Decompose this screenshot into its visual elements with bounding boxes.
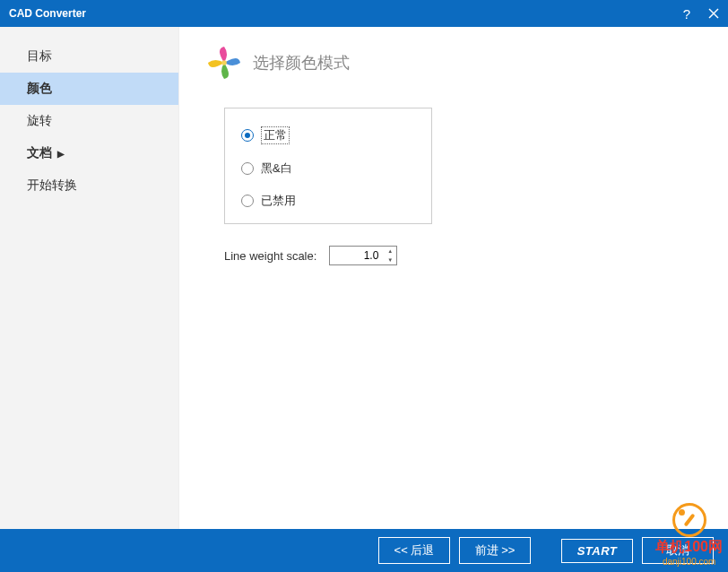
radio-icon xyxy=(241,129,254,142)
pinwheel-icon xyxy=(206,45,242,81)
back-button[interactable]: << 后退 xyxy=(378,537,450,564)
sidebar-item-start-convert[interactable]: 开始转换 xyxy=(0,169,178,202)
radio-label: 黑&白 xyxy=(261,160,292,177)
forward-button[interactable]: 前进 >> xyxy=(459,537,531,564)
line-weight-row: Line weight scale: ▲ ▼ xyxy=(224,246,701,265)
page-header: 选择颜色模式 xyxy=(206,45,701,81)
window-title: CAD Converter xyxy=(9,7,86,20)
sidebar-item-label: 颜色 xyxy=(27,81,52,97)
spinner-down-icon[interactable]: ▼ xyxy=(384,256,396,264)
window-controls: ? xyxy=(683,6,719,22)
chevron-right-icon: ▶ xyxy=(57,149,65,159)
footer: << 后退 前进 >> START 取消 xyxy=(0,529,728,572)
line-weight-input[interactable] xyxy=(330,247,384,264)
radio-disabled[interactable]: 已禁用 xyxy=(241,193,415,209)
content: 选择颜色模式 正常 黑&白 已禁用 Line weight scale: ▲ xyxy=(179,27,728,529)
spinner-buttons: ▲ ▼ xyxy=(384,247,396,264)
radio-bw[interactable]: 黑&白 xyxy=(241,160,415,177)
sidebar-item-label: 开始转换 xyxy=(27,178,77,194)
page-title: 选择颜色模式 xyxy=(253,52,350,74)
help-icon[interactable]: ? xyxy=(683,6,690,22)
sidebar-item-color[interactable]: 颜色 xyxy=(0,73,178,105)
sidebar: 目标 颜色 旋转 文档 ▶ 开始转换 xyxy=(0,27,179,529)
radio-icon xyxy=(241,162,254,175)
sidebar-item-target[interactable]: 目标 xyxy=(0,40,178,73)
sidebar-item-label: 目标 xyxy=(27,48,52,65)
radio-label: 已禁用 xyxy=(261,193,296,209)
line-weight-label: Line weight scale: xyxy=(224,249,316,263)
start-button[interactable]: START xyxy=(561,539,633,563)
sidebar-item-document[interactable]: 文档 ▶ xyxy=(0,137,178,169)
radio-normal[interactable]: 正常 xyxy=(241,126,415,144)
sidebar-item-label: 文档 xyxy=(27,145,52,161)
spinner-up-icon[interactable]: ▲ xyxy=(384,247,396,256)
radio-label: 正常 xyxy=(261,126,290,144)
cancel-button[interactable]: 取消 xyxy=(642,537,714,564)
radio-icon xyxy=(241,195,254,207)
line-weight-spinner[interactable]: ▲ ▼ xyxy=(329,246,397,265)
body: 目标 颜色 旋转 文档 ▶ 开始转换 选 xyxy=(0,27,728,529)
color-mode-group: 正常 黑&白 已禁用 xyxy=(224,108,432,224)
close-icon[interactable] xyxy=(708,8,719,19)
svg-point-2 xyxy=(221,60,227,65)
sidebar-item-label: 旋转 xyxy=(27,113,52,129)
titlebar: CAD Converter ? xyxy=(0,0,728,27)
sidebar-item-rotate[interactable]: 旋转 xyxy=(0,105,178,137)
